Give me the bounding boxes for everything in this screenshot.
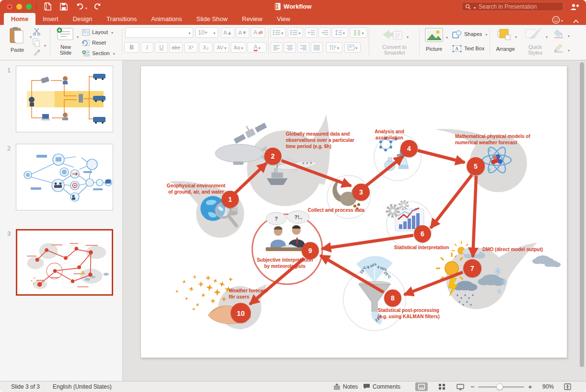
increase-indent-button[interactable]: [318, 27, 330, 38]
search-box[interactable]: [462, 2, 563, 11]
slide-thumbnail-3[interactable]: [16, 229, 113, 296]
font-name-combo[interactable]: [125, 27, 193, 38]
diagram-label-1[interactable]: Geophysical environment of ground, air, …: [155, 183, 237, 195]
convert-to-smartart-button[interactable]: [382, 28, 403, 44]
shape-outline-button[interactable]: [553, 43, 565, 55]
search-scope-caret[interactable]: [473, 2, 476, 11]
grow-font-button[interactable]: A▲: [221, 27, 234, 38]
align-center-button[interactable]: [284, 42, 296, 53]
character-spacing-button[interactable]: AV: [214, 42, 229, 53]
subscript-button[interactable]: X₂: [199, 42, 212, 53]
tab-review[interactable]: Review: [235, 13, 270, 25]
quick-styles-caret[interactable]: [545, 32, 548, 40]
quick-styles-button[interactable]: [525, 27, 543, 44]
diagram-node-5[interactable]: 5: [467, 157, 485, 175]
picture-caret[interactable]: [445, 32, 448, 41]
reset-button[interactable]: Reset: [82, 38, 106, 47]
diagram-node-4[interactable]: 4: [400, 140, 418, 157]
align-right-button[interactable]: [297, 42, 309, 53]
shape-fill-button[interactable]: [553, 29, 565, 40]
text-direction-button[interactable]: A: [326, 42, 342, 53]
format-painter-button[interactable]: [33, 49, 41, 58]
tab-home[interactable]: Home: [4, 13, 35, 25]
superscript-button[interactable]: X²: [184, 42, 198, 53]
collapse-ribbon-icon[interactable]: [573, 17, 579, 25]
underline-button[interactable]: U: [155, 42, 168, 53]
text-box-button[interactable]: A Text Box: [452, 44, 484, 53]
arrange-button[interactable]: [496, 27, 512, 44]
diagram-label-10[interactable]: Weather forecast for users: [229, 288, 286, 300]
share-icon[interactable]: [570, 2, 579, 12]
shape-outline-caret[interactable]: [567, 45, 570, 54]
change-case-button[interactable]: Aa: [231, 42, 246, 53]
copy-button[interactable]: [33, 38, 40, 49]
slide-thumbnail-2[interactable]: [16, 144, 113, 210]
vertical-scrollbar[interactable]: [580, 62, 584, 367]
slide-sorter-view-button[interactable]: [435, 382, 448, 391]
diagram-node-2[interactable]: 2: [264, 148, 281, 165]
language-indicator[interactable]: English (United States): [53, 381, 112, 392]
diagram-label-4[interactable]: Analysis and assimilation: [361, 128, 418, 141]
diagram-label-7[interactable]: DMO (direct model output): [482, 246, 578, 253]
zoom-window-button[interactable]: [26, 4, 32, 10]
paste-button[interactable]: [8, 27, 27, 46]
slide-show-view-button[interactable]: [454, 382, 467, 391]
new-slide-caret[interactable]: [76, 32, 79, 40]
close-window-button[interactable]: [7, 4, 12, 10]
slide-thumbnail-1[interactable]: [16, 66, 113, 132]
diagram-node-7[interactable]: 7: [463, 259, 481, 277]
align-left-button[interactable]: [270, 42, 282, 53]
copy-caret[interactable]: [43, 40, 46, 49]
tab-animations[interactable]: Animations: [144, 13, 189, 25]
shrink-font-button[interactable]: A▼: [236, 27, 249, 38]
italic-button[interactable]: I: [141, 42, 153, 53]
feedback-smiley-icon[interactable]: [552, 15, 563, 24]
normal-view-button[interactable]: [415, 382, 428, 391]
cut-button[interactable]: [33, 28, 42, 37]
bold-button[interactable]: B: [124, 42, 139, 53]
columns-button[interactable]: [350, 27, 367, 38]
diagram-label-6[interactable]: Statistical interpretation: [388, 244, 455, 251]
undo-dropdown-caret[interactable]: [84, 3, 87, 12]
new-slide-button[interactable]: [56, 27, 73, 43]
numbering-button[interactable]: [288, 27, 303, 38]
diagram-node-6[interactable]: 6: [414, 225, 431, 242]
align-text-button[interactable]: [344, 42, 361, 53]
slide-canvas[interactable]: 15°C 8 m/s 4 m/s 25°C 21°C ? ?!..: [141, 66, 567, 358]
slide-counter[interactable]: Slide 3 of 3: [11, 381, 40, 392]
search-input[interactable]: [478, 3, 560, 11]
shape-fill-caret[interactable]: [567, 31, 570, 39]
diagram-node-8[interactable]: 8: [384, 289, 401, 307]
arrange-caret[interactable]: [514, 32, 517, 40]
minimize-window-button[interactable]: [16, 4, 22, 10]
tab-transitions[interactable]: Transitions: [99, 13, 144, 25]
diagram-label-5[interactable]: Mathematical-physical models of numerica…: [455, 133, 546, 146]
zoom-in-button[interactable]: +: [528, 381, 532, 392]
undo-icon[interactable]: [75, 2, 84, 11]
shapes-button[interactable]: Shapes: [452, 29, 487, 39]
section-button[interactable]: Section: [82, 48, 115, 58]
zoom-slider-thumb[interactable]: [496, 383, 503, 390]
decrease-indent-button[interactable]: [305, 27, 317, 38]
smartart-caret[interactable]: [406, 32, 409, 40]
tab-design[interactable]: Design: [66, 13, 99, 25]
bullets-button[interactable]: [270, 27, 286, 38]
font-color-button[interactable]: A: [247, 42, 267, 53]
diagram-node-3[interactable]: 3: [352, 184, 370, 201]
tab-view[interactable]: View: [270, 13, 297, 25]
zoom-level[interactable]: 90%: [542, 381, 554, 392]
picture-button[interactable]: [425, 28, 443, 44]
strikethrough-button[interactable]: abe: [169, 42, 183, 53]
new-presentation-icon[interactable]: [43, 2, 53, 11]
diagram-label-3[interactable]: Collect and process data: [298, 207, 375, 213]
diagram-node-10[interactable]: 10: [231, 303, 251, 323]
font-size-combo[interactable]: 10+: [195, 27, 218, 38]
save-icon[interactable]: [59, 2, 69, 11]
layout-button[interactable]: Layout: [82, 27, 113, 37]
fit-slide-to-window-button[interactable]: [564, 381, 571, 392]
zoom-out-button[interactable]: −: [470, 381, 475, 392]
paste-caret[interactable]: [29, 32, 32, 40]
line-spacing-button[interactable]: [332, 27, 348, 38]
justify-button[interactable]: [311, 42, 323, 53]
comments-button[interactable]: Comments: [363, 381, 400, 392]
